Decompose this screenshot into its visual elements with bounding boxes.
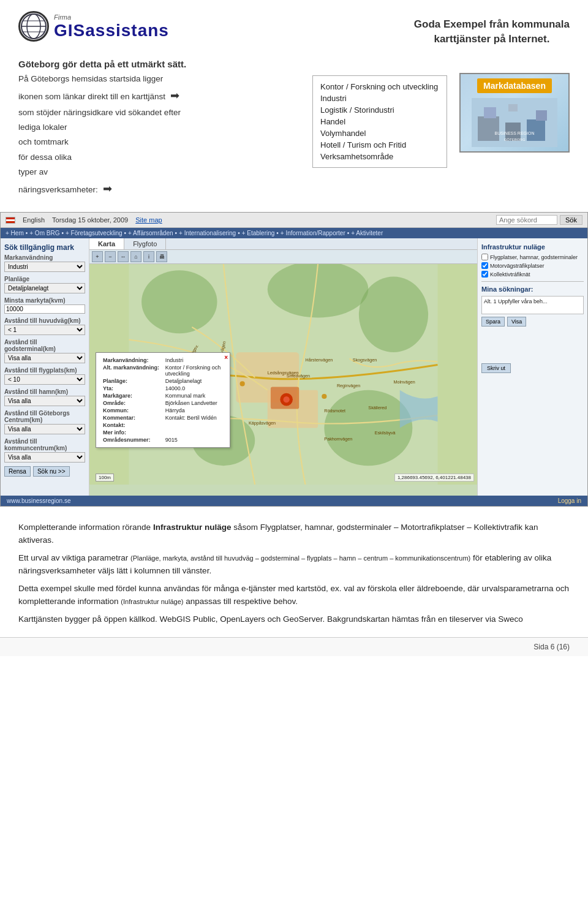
avstand-goteborg-select[interactable]: Visa alla [4,424,85,434]
popup-close-button[interactable]: × [224,354,228,361]
header-title: Goda Exempel från kommunala karttjänster… [414,11,570,47]
search-button[interactable]: Sök [560,215,582,225]
interface-navbar: + Hem • + Om BRG • + Företagsutveckling … [1,228,587,238]
logo-globe-icon [18,11,49,42]
svg-rect-9 [527,119,545,141]
svg-text:Käppåsvägen: Käppåsvägen [249,420,276,426]
map-tab-flygfoto[interactable]: Flygfoto [124,238,166,249]
minsta-markyta-input[interactable] [4,304,85,314]
nav-item-hem[interactable]: + Hem [6,230,24,236]
popup-label-omrade: Område: [101,399,164,407]
language-label: English [23,216,45,224]
avstand-flyg-label: Avstånd till flygplats(km) [4,367,85,374]
skriv-ut-button[interactable]: Skriv ut [481,363,511,373]
checkbox-flygplatser-input[interactable] [481,254,488,260]
popup-label-markagare: Markägare: [101,392,164,399]
avstand-huvud-select[interactable]: < 1 [4,325,85,335]
svg-point-18 [324,390,412,466]
popup-value-yta: 14000.0 [164,385,225,392]
sok-nu-button[interactable]: Sök nu >> [33,466,70,477]
avstand-gods-field: Avstånd till godsterminal(km) Visa alla [4,339,85,363]
svg-text:Rödsmotet: Rödsmotet [324,408,345,414]
paragraph-4: Karttjänsten bygger på öppen källkod. We… [18,613,570,626]
svg-point-17 [359,277,428,352]
avstand-kommuncentrum-label: Avstånd till kommuncentrum(km) [4,438,85,452]
popup-value-kommentar: Kontakt: Bertil Widén [164,414,225,421]
popup-row-omrade: Område: Björkåsen Landvetter [101,399,225,407]
nav-item-internationalisering[interactable]: + Internationalisering [179,230,236,236]
menu-item-2: Industri [320,93,439,104]
avstand-hamn-select[interactable]: Visa alla [4,396,85,406]
map-popup: × Markanvändning: Industri Alt. markanvä… [96,352,230,448]
checkbox-motorvag-input[interactable] [481,262,488,269]
planlage-field: Planläge Detaljplanelagt [4,276,85,293]
nav-item-foretagsutveckling[interactable]: + Företagsutveckling [66,230,123,236]
map-canvas: Östergårdsvägen Förtullningsv. Ledsångsv… [89,264,477,485]
popup-table: Markanvändning: Industri Alt. markanvänd… [101,357,225,444]
svg-text:Hårstenvägen: Hårstenvägen [306,358,333,363]
home-button[interactable]: ⌂ [130,251,141,262]
search-input[interactable] [496,215,557,225]
pan-button[interactable]: ↔ [118,251,129,262]
nav-item-ombrg[interactable]: + Om BRG [29,230,59,236]
info-button[interactable]: i [143,251,154,262]
print-button[interactable]: 🖶 [156,251,167,262]
zoom-out-button[interactable]: − [105,251,116,262]
nav-item-etablering[interactable]: + Etablering [242,230,275,236]
spara-button[interactable]: Spara [481,317,505,327]
sitemap-link[interactable]: Site map [135,216,162,224]
popup-row-omradesnummer: Områdesnummer: 9015 [101,436,225,444]
svg-text:Molnvägen: Molnvägen [394,380,415,385]
avstand-flyg-select[interactable]: < 10 [4,374,85,385]
checkbox-kollektiv: Kollektivtráfiknät [481,271,584,278]
text-content: Kompletterande information rörande Infra… [0,515,588,637]
nav-item-information[interactable]: + Information/Rapporter [281,230,345,236]
popup-label-yta: Yta: [101,385,164,392]
popup-label-omradesnummer: Områdesnummer: [101,436,164,444]
avstand-gods-label: Avstånd till godsterminal(km) [4,339,85,352]
logga-in-link[interactable]: Logga in [558,497,581,504]
right-divider [481,281,584,282]
avstand-gods-select[interactable]: Visa alla [4,353,85,363]
avstand-kommuncentrum-select[interactable]: Visa alla [4,452,85,463]
popup-value-omradesnummer: 9015 [164,436,225,444]
svg-text:Eskilsbyvä: Eskilsbyvä [375,430,396,436]
minsta-markyta-label: Minsta markyta(kvm) [4,297,85,304]
popup-row-yta: Yta: 14000.0 [101,385,225,392]
avstand-hamn-field: Avstånd till hamn(km) Visa alla [4,388,85,406]
paragraph-3: Detta exempel skulle med fördel kunna an… [18,583,570,608]
rensa-button[interactable]: Rensa [4,466,31,477]
logo-firma-text: Firma [54,13,169,21]
checkbox-motorvag-label: Motorvägsträfikplatser [490,263,545,269]
popup-label-kommentar: Kommentar: [101,414,164,421]
nav-item-aktiviteter[interactable]: + Aktiviteter [351,230,383,236]
popup-value-kontakt [164,421,225,429]
menu-item-5: Volymhandel [320,127,439,139]
popup-value-alt: Kontor / Forskning ochutveckling [164,364,225,377]
popup-label-merinfo: Mer info: [101,429,164,436]
page-number: Sida 6 (16) [533,643,570,651]
svg-text:GÖTEBORG: GÖTEBORG [504,138,526,142]
popup-label-markanvandning: Markanvändning: [101,357,164,364]
markanvandning-select[interactable]: Industri [4,262,85,272]
map-scale-bar: 100m [96,474,114,482]
zoom-in-button[interactable]: + [92,251,103,262]
checkbox-kollektiv-input[interactable] [481,271,488,278]
intro-text: På Göteborgs hemsidas startsida ligger i… [18,73,300,200]
markanvandning-field: Markanvändning Industri [4,254,85,272]
planlage-select[interactable]: Detaljplanelagt [4,283,85,293]
avstand-goteborg-label: Avstånd till Göteborgs Centrum(km) [4,410,85,423]
interface-sidebar: Sök tillgänglig mark Markanvändning Indu… [1,238,89,496]
menu-item-3: Logistik / Storindustri [320,104,439,116]
popup-value-kommun: Härryda [164,407,225,414]
search-result-display: Alt. 1 Uppfyller våra beh... [481,296,584,314]
map-tab-karta[interactable]: Karta [89,238,124,249]
avstand-huvud-field: Avstånd till huvudväg(km) < 1 [4,317,85,335]
visa-button[interactable]: Visa [507,317,526,327]
page-footer: Sida 6 (16) [0,637,588,656]
avstand-flyg-field: Avstånd till flygplats(km) < 10 [4,367,85,385]
svg-text:BUSINESS REGION: BUSINESS REGION [495,131,535,135]
checkbox-kollektiv-label: Kollektivtráfiknät [490,271,530,278]
interface-topbar: English Torsdag 15 oktober, 2009 Site ma… [1,213,587,228]
nav-item-affarsomraden[interactable]: + Affärsområden [128,230,173,236]
